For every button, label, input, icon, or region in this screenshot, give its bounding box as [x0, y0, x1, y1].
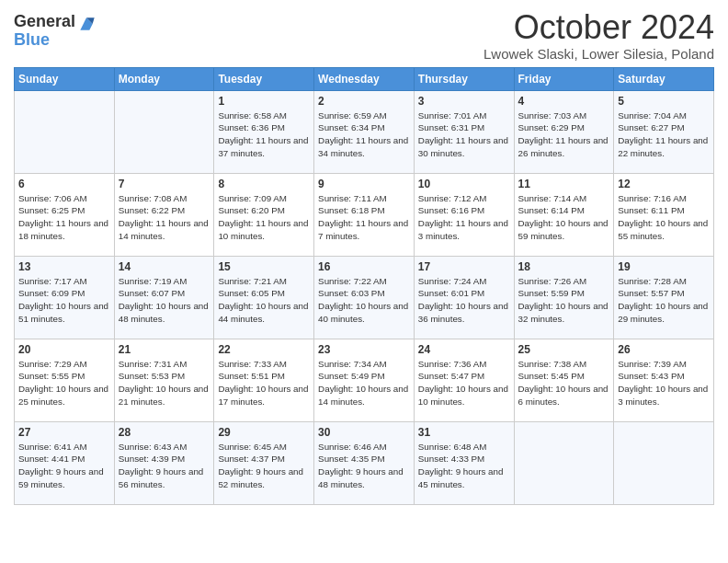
day-info: Sunrise: 7:03 AM Sunset: 6:29 PM Dayligh… — [518, 109, 610, 160]
day-info: Sunrise: 7:36 AM Sunset: 5:47 PM Dayligh… — [418, 358, 510, 408]
day-info: Sunrise: 7:21 AM Sunset: 6:05 PM Dayligh… — [218, 275, 310, 326]
day-number: 6 — [18, 178, 110, 190]
calendar-cell: 24Sunrise: 7:36 AM Sunset: 5:47 PM Dayli… — [414, 339, 514, 421]
day-info: Sunrise: 6:41 AM Sunset: 4:41 PM Dayligh… — [18, 441, 110, 491]
month-title: October 2024 — [483, 9, 714, 46]
calendar-week-row: 1Sunrise: 6:58 AM Sunset: 6:36 PM Daylig… — [15, 90, 714, 173]
day-number: 13 — [18, 260, 110, 273]
day-number: 28 — [119, 426, 210, 439]
day-number: 19 — [618, 260, 710, 273]
day-info: Sunrise: 7:38 AM Sunset: 5:45 PM Dayligh… — [518, 358, 610, 408]
weekday-header: Sunday — [15, 67, 115, 90]
day-number: 20 — [18, 343, 110, 356]
day-info: Sunrise: 7:34 AM Sunset: 5:49 PM Dayligh… — [318, 358, 410, 408]
calendar-cell: 19Sunrise: 7:28 AM Sunset: 5:57 PM Dayli… — [614, 256, 714, 339]
calendar-cell: 18Sunrise: 7:26 AM Sunset: 5:59 PM Dayli… — [514, 256, 614, 339]
day-number: 31 — [418, 426, 510, 439]
day-info: Sunrise: 6:59 AM Sunset: 6:34 PM Dayligh… — [318, 109, 410, 160]
logo-blue: Blue — [14, 31, 75, 50]
day-number: 9 — [318, 178, 410, 190]
day-number: 26 — [618, 343, 710, 356]
calendar-cell: 22Sunrise: 7:33 AM Sunset: 5:51 PM Dayli… — [214, 339, 314, 421]
title-block: October 2024 Lwowek Slaski, Lower Silesi… — [483, 9, 714, 62]
calendar-cell: 14Sunrise: 7:19 AM Sunset: 6:07 PM Dayli… — [114, 256, 214, 339]
calendar-cell: 28Sunrise: 6:43 AM Sunset: 4:39 PM Dayli… — [114, 421, 214, 504]
day-number: 12 — [618, 178, 710, 190]
day-number: 14 — [119, 260, 210, 273]
day-number: 30 — [318, 426, 410, 439]
weekday-header: Saturday — [614, 67, 714, 90]
calendar-cell — [15, 90, 115, 173]
page-header: General Blue October 2024 Lwowek Slaski,… — [14, 9, 714, 62]
calendar-cell — [114, 90, 214, 173]
day-info: Sunrise: 7:24 AM Sunset: 6:01 PM Dayligh… — [418, 275, 510, 326]
calendar-cell: 4Sunrise: 7:03 AM Sunset: 6:29 PM Daylig… — [514, 90, 614, 173]
day-info: Sunrise: 7:16 AM Sunset: 6:11 PM Dayligh… — [618, 192, 710, 243]
weekday-header: Wednesday — [314, 67, 415, 90]
day-info: Sunrise: 7:14 AM Sunset: 6:14 PM Dayligh… — [518, 192, 610, 243]
weekday-header: Friday — [514, 67, 614, 90]
calendar-cell: 6Sunrise: 7:06 AM Sunset: 6:25 PM Daylig… — [15, 173, 115, 256]
day-number: 2 — [318, 95, 410, 108]
calendar-cell: 17Sunrise: 7:24 AM Sunset: 6:01 PM Dayli… — [414, 256, 514, 339]
day-info: Sunrise: 7:01 AM Sunset: 6:31 PM Dayligh… — [418, 109, 510, 160]
day-number: 8 — [218, 178, 310, 190]
day-info: Sunrise: 6:58 AM Sunset: 6:36 PM Dayligh… — [218, 109, 310, 160]
calendar-cell: 30Sunrise: 6:46 AM Sunset: 4:35 PM Dayli… — [314, 421, 415, 504]
day-number: 24 — [418, 343, 510, 356]
day-info: Sunrise: 7:12 AM Sunset: 6:16 PM Dayligh… — [418, 192, 510, 243]
calendar-cell: 2Sunrise: 6:59 AM Sunset: 6:34 PM Daylig… — [314, 90, 415, 173]
day-number: 17 — [418, 260, 510, 273]
logo-icon — [77, 15, 96, 33]
day-number: 15 — [218, 260, 310, 273]
calendar-body: 1Sunrise: 6:58 AM Sunset: 6:36 PM Daylig… — [15, 90, 714, 504]
calendar-cell: 8Sunrise: 7:09 AM Sunset: 6:20 PM Daylig… — [214, 173, 314, 256]
calendar-cell: 1Sunrise: 6:58 AM Sunset: 6:36 PM Daylig… — [214, 90, 314, 173]
calendar-cell: 21Sunrise: 7:31 AM Sunset: 5:53 PM Dayli… — [114, 339, 214, 421]
logo-general: General — [14, 13, 75, 31]
day-info: Sunrise: 6:48 AM Sunset: 4:33 PM Dayligh… — [418, 441, 510, 491]
day-number: 23 — [318, 343, 410, 356]
day-info: Sunrise: 7:06 AM Sunset: 6:25 PM Dayligh… — [18, 192, 110, 243]
calendar-cell: 11Sunrise: 7:14 AM Sunset: 6:14 PM Dayli… — [514, 173, 614, 256]
logo: General Blue — [14, 13, 96, 50]
day-info: Sunrise: 7:39 AM Sunset: 5:43 PM Dayligh… — [618, 358, 710, 408]
calendar-cell: 16Sunrise: 7:22 AM Sunset: 6:03 PM Dayli… — [314, 256, 415, 339]
calendar-week-row: 27Sunrise: 6:41 AM Sunset: 4:41 PM Dayli… — [15, 421, 714, 504]
day-number: 27 — [18, 426, 110, 439]
day-info: Sunrise: 7:28 AM Sunset: 5:57 PM Dayligh… — [618, 275, 710, 326]
calendar-cell: 23Sunrise: 7:34 AM Sunset: 5:49 PM Dayli… — [314, 339, 415, 421]
calendar-cell: 31Sunrise: 6:48 AM Sunset: 4:33 PM Dayli… — [414, 421, 514, 504]
calendar-cell — [514, 421, 614, 504]
day-number: 18 — [518, 260, 610, 273]
calendar-cell: 27Sunrise: 6:41 AM Sunset: 4:41 PM Dayli… — [15, 421, 115, 504]
day-info: Sunrise: 7:09 AM Sunset: 6:20 PM Dayligh… — [218, 192, 310, 243]
calendar-cell: 15Sunrise: 7:21 AM Sunset: 6:05 PM Dayli… — [214, 256, 314, 339]
day-number: 1 — [218, 95, 310, 108]
calendar-table: SundayMondayTuesdayWednesdayThursdayFrid… — [14, 67, 714, 505]
day-info: Sunrise: 7:26 AM Sunset: 5:59 PM Dayligh… — [518, 275, 610, 326]
calendar-cell: 10Sunrise: 7:12 AM Sunset: 6:16 PM Dayli… — [414, 173, 514, 256]
day-info: Sunrise: 7:31 AM Sunset: 5:53 PM Dayligh… — [119, 358, 210, 408]
day-info: Sunrise: 7:19 AM Sunset: 6:07 PM Dayligh… — [119, 275, 210, 326]
day-number: 7 — [119, 178, 210, 190]
calendar-cell — [614, 421, 714, 504]
day-number: 16 — [318, 260, 410, 273]
calendar-cell: 25Sunrise: 7:38 AM Sunset: 5:45 PM Dayli… — [514, 339, 614, 421]
weekday-header: Tuesday — [214, 67, 314, 90]
day-number: 25 — [518, 343, 610, 356]
calendar-cell: 26Sunrise: 7:39 AM Sunset: 5:43 PM Dayli… — [614, 339, 714, 421]
calendar-cell: 13Sunrise: 7:17 AM Sunset: 6:09 PM Dayli… — [15, 256, 115, 339]
day-info: Sunrise: 6:43 AM Sunset: 4:39 PM Dayligh… — [119, 441, 210, 491]
day-number: 21 — [119, 343, 210, 356]
calendar-week-row: 6Sunrise: 7:06 AM Sunset: 6:25 PM Daylig… — [15, 173, 714, 256]
weekday-header: Monday — [114, 67, 214, 90]
day-number: 5 — [618, 95, 710, 108]
day-info: Sunrise: 6:45 AM Sunset: 4:37 PM Dayligh… — [218, 441, 310, 491]
day-info: Sunrise: 6:46 AM Sunset: 4:35 PM Dayligh… — [318, 441, 410, 491]
calendar-cell: 9Sunrise: 7:11 AM Sunset: 6:18 PM Daylig… — [314, 173, 415, 256]
calendar-cell: 29Sunrise: 6:45 AM Sunset: 4:37 PM Dayli… — [214, 421, 314, 504]
day-info: Sunrise: 7:11 AM Sunset: 6:18 PM Dayligh… — [318, 192, 410, 243]
calendar-header: SundayMondayTuesdayWednesdayThursdayFrid… — [15, 67, 714, 90]
day-number: 10 — [418, 178, 510, 190]
